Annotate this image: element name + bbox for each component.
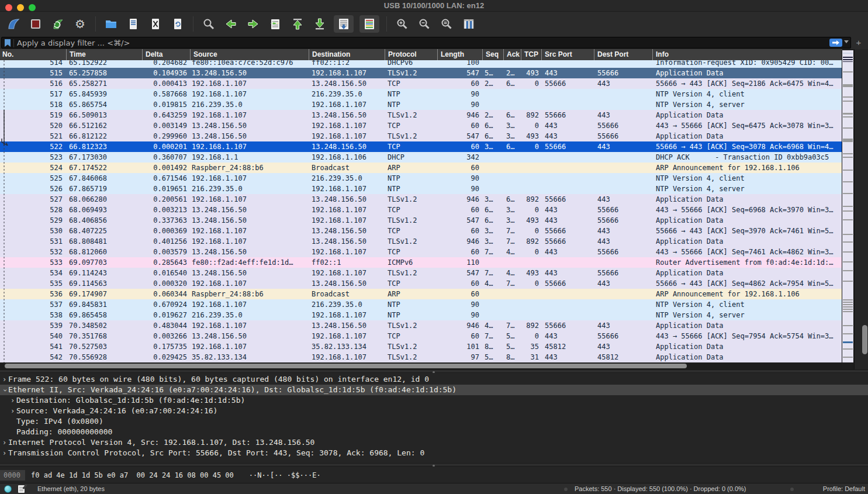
column-header-delta[interactable]: Delta	[142, 49, 190, 60]
chevron-right-icon[interactable]: ›	[2, 448, 8, 458]
auto-scroll-toggle[interactable]	[334, 15, 354, 33]
chevron-right-icon[interactable]: ›	[2, 374, 8, 385]
add-filter-button[interactable]: +	[854, 36, 863, 49]
reload-file-button[interactable]	[170, 15, 186, 33]
packet-cell-ack: 5…	[503, 331, 521, 341]
column-header-ack[interactable]: Ack	[503, 49, 521, 60]
hex-ascii[interactable]: ··N··[·· ·$$···E·	[249, 471, 321, 479]
go-to-packet-button[interactable]	[267, 15, 283, 33]
zoom-100-button[interactable]	[438, 15, 455, 33]
previous-packet-button[interactable]	[223, 15, 239, 33]
packet-row[interactable]: 53869.8654580.019627216.239.35.0192.168.…	[0, 310, 842, 320]
column-header-dst[interactable]: Destination	[309, 49, 385, 60]
zoom-out-button[interactable]	[416, 15, 433, 33]
start-capture-button[interactable]	[5, 15, 22, 33]
packet-row[interactable]: 51565.2578580.10493613.248.156.50192.168…	[0, 68, 842, 78]
chevron-right-icon[interactable]: ›	[11, 406, 16, 416]
packet-cell-time: 65.865754	[66, 99, 142, 110]
packet-row[interactable]: 53369.0977030.285643fe80::f2ad:4eff:fe1d…	[0, 257, 842, 268]
packet-cell-src: Raspberr_24:88:b6	[190, 163, 309, 173]
save-file-button[interactable]	[125, 15, 141, 33]
packet-row[interactable]: 54170.5275030.175735192.168.1.10735.82.1…	[0, 341, 842, 352]
packet-cell-time: 65.258271	[66, 78, 142, 89]
column-header-dport[interactable]: Dest Port	[594, 49, 652, 60]
detail-tree-label: Transmission Control Protocol, Src Port:…	[8, 448, 424, 458]
packet-row[interactable]: 52567.8460680.671546192.168.1.107216.239…	[0, 173, 842, 184]
expert-info-icon[interactable]	[4, 485, 12, 493]
column-header-seq[interactable]: Seq	[482, 49, 503, 60]
detail-tree-row[interactable]: ›Destination: Globalsc_1d:1d:5b (f0:ad:4…	[0, 395, 868, 406]
detail-tree-row[interactable]: ›Internet Protocol Version 4, Src: 192.1…	[0, 437, 868, 448]
horizontal-scrollbar[interactable]	[0, 362, 842, 369]
column-header-proto[interactable]: Protocol	[385, 49, 437, 60]
resize-columns-button[interactable]	[461, 15, 477, 33]
first-packet-button[interactable]	[289, 15, 306, 33]
vertical-scrollbar-thumb[interactable]	[862, 325, 867, 354]
packet-row[interactable]: 51966.5090130.643259192.168.1.10713.248.…	[0, 110, 842, 120]
column-header-info[interactable]: Info	[652, 49, 842, 60]
detail-tree-row[interactable]: ›Padding: 000000000000	[0, 427, 868, 437]
find-packet-button[interactable]	[200, 15, 217, 33]
vertical-scrollbar[interactable]	[854, 49, 868, 369]
packet-row[interactable]: 51865.8657540.019815216.239.35.0192.168.…	[0, 99, 842, 110]
packet-row[interactable]: 52968.4068560.33736313.248.156.50192.168…	[0, 215, 842, 226]
column-header-src[interactable]: Source	[190, 49, 309, 60]
chevron-right-icon[interactable]: ›	[11, 395, 16, 406]
last-packet-button[interactable]	[312, 15, 328, 33]
packet-row[interactable]: 52066.5121620.00314913.248.156.50192.168…	[0, 120, 842, 131]
packet-row[interactable]: 51765.8459390.587668192.168.1.107216.239…	[0, 89, 842, 99]
packet-row[interactable]: 53970.3485020.483044192.168.1.10713.248.…	[0, 320, 842, 331]
next-packet-button[interactable]	[245, 15, 261, 33]
packet-row[interactable]: 52166.8121220.29996013.248.156.50192.168…	[0, 131, 842, 141]
restart-capture-button[interactable]	[50, 15, 66, 33]
stop-capture-button[interactable]	[27, 15, 44, 33]
horizontal-scrollbar-thumb[interactable]	[5, 364, 687, 368]
chevron-down-icon[interactable]: ›	[0, 388, 11, 394]
capture-comment-icon[interactable]	[18, 485, 25, 493]
intelligent-scrollbar-minimap[interactable]	[842, 50, 854, 362]
packet-row[interactable]: 52266.8123230.000201192.168.1.10713.248.…	[0, 141, 842, 152]
detail-tree-row[interactable]: ›Transmission Control Protocol, Src Port…	[0, 448, 868, 458]
apply-filter-button[interactable]	[829, 39, 842, 47]
packet-row[interactable]: 52868.0694930.00321313.248.156.50192.168…	[0, 205, 842, 215]
colorize-toggle[interactable]	[359, 15, 379, 33]
packet-row[interactable]: 52467.1745220.001492Raspberr_24:88:b6Bro…	[0, 163, 842, 173]
packet-cell-info: NTP Version 4, server	[652, 184, 842, 194]
packet-row[interactable]: 54070.3517680.00326613.248.156.50192.168…	[0, 331, 842, 341]
packet-row[interactable]: 54270.5569280.02942535.82.133.134192.168…	[0, 352, 842, 362]
packet-row[interactable]: 53569.1145630.000320192.168.1.10713.248.…	[0, 278, 842, 289]
column-header-tcp[interactable]: TCP	[521, 49, 541, 60]
packet-row[interactable]: 52367.1730300.360707192.168.1.1192.168.1…	[0, 152, 842, 163]
display-filter-input[interactable]	[17, 37, 818, 48]
detail-tree-row[interactable]: ›Source: Verkada_24:24:16 (e0:a7:00:24:2…	[0, 406, 868, 416]
open-file-button[interactable]	[103, 15, 119, 33]
column-header-len[interactable]: Length	[437, 49, 482, 60]
packet-row[interactable]: 53068.4072250.000369192.168.1.10713.248.…	[0, 226, 842, 236]
packet-row[interactable]: 53168.8084810.401256192.168.1.10713.248.…	[0, 236, 842, 247]
packet-row[interactable]: 52768.0662800.200561192.168.1.10713.248.…	[0, 194, 842, 205]
detail-tree-row[interactable]: ›Type: IPv4 (0x0800)	[0, 416, 868, 427]
capture-options-button[interactable]: ⚙	[72, 15, 88, 33]
zoom-in-button[interactable]	[394, 15, 410, 33]
packet-cell-proto: NTP	[385, 89, 437, 99]
status-profile[interactable]: Profile: Default	[823, 485, 865, 492]
packet-row[interactable]: 51465.1529220.204682fe80::10ea:c7ce:52d:…	[0, 60, 842, 68]
column-header-time[interactable]: Time	[66, 49, 142, 60]
column-header-no[interactable]: No.	[0, 49, 66, 60]
detail-tree-row[interactable]: ›Ethernet II, Src: Verkada_24:24:16 (e0:…	[0, 385, 868, 395]
packet-row[interactable]: 53769.8458310.670924192.168.1.107216.239…	[0, 299, 842, 310]
chevron-right-icon[interactable]: ›	[2, 437, 8, 448]
hex-bytes[interactable]: f0 ad 4e 1d 1d 5b e0 a7 00 24 24 16 08 0…	[31, 471, 234, 479]
detail-tree-row[interactable]: ›Frame 522: 60 bytes on wire (480 bits),…	[0, 374, 868, 385]
packet-row[interactable]: 53268.8120600.00357913.248.156.50192.168…	[0, 247, 842, 257]
packet-row[interactable]: 52667.8657190.019651216.239.35.0192.168.…	[0, 184, 842, 194]
filter-bookmark-button[interactable]	[4, 39, 14, 47]
packet-cell-no: 515	[0, 68, 66, 78]
close-file-button[interactable]	[147, 15, 164, 33]
filter-dropdown-caret[interactable]	[844, 40, 849, 43]
packet-row[interactable]: 53469.1142430.01654013.248.156.50192.168…	[0, 268, 842, 278]
packet-row[interactable]: 53669.1749070.060344Raspberr_24:88:b6Bro…	[0, 289, 842, 299]
packet-cell-time: 65.845939	[66, 89, 142, 99]
column-header-sport[interactable]: Src Port	[541, 49, 594, 60]
packet-row[interactable]: 51665.2582710.000413192.168.1.10713.248.…	[0, 78, 842, 89]
